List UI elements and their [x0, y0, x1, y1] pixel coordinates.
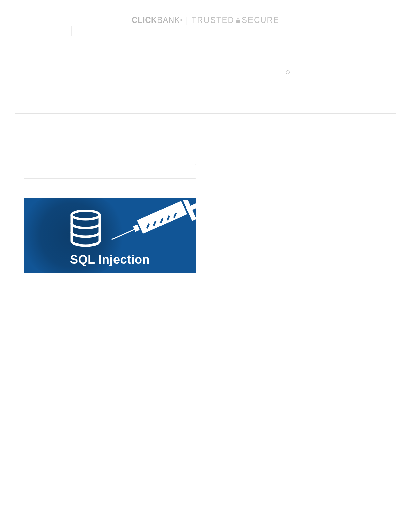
- horizontal-rule: [15, 113, 396, 114]
- brand-secure-label: SECURE: [242, 15, 279, 25]
- svg-rect-1: [111, 229, 135, 240]
- brand-trusted-label: TRUSTED: [192, 15, 234, 25]
- horizontal-rule: [15, 140, 203, 140]
- brand-word-click: CLICK: [132, 15, 157, 25]
- info-card-text: ········································…: [36, 169, 184, 171]
- svg-rect-2: [133, 224, 140, 232]
- info-card: ········································…: [24, 164, 196, 179]
- svg-point-0: [72, 211, 100, 219]
- brand-registered-mark: ®: [180, 18, 183, 22]
- sql-injection-banner: SQL Injection: [24, 198, 196, 273]
- horizontal-rule: [15, 93, 396, 93]
- decorative-divider: [71, 26, 72, 36]
- banner-label: SQL Injection: [24, 253, 196, 267]
- lock-icon: [236, 17, 240, 23]
- svg-rect-3: [137, 201, 187, 234]
- syringe-icon: [111, 200, 196, 249]
- header-brand: CLICKBANK® | TRUSTED SECURE: [132, 15, 279, 25]
- brand-word-bank: BANK: [157, 15, 180, 25]
- brand-separator: |: [186, 15, 188, 25]
- database-icon: [69, 210, 102, 250]
- step-indicator-circle: [286, 70, 290, 74]
